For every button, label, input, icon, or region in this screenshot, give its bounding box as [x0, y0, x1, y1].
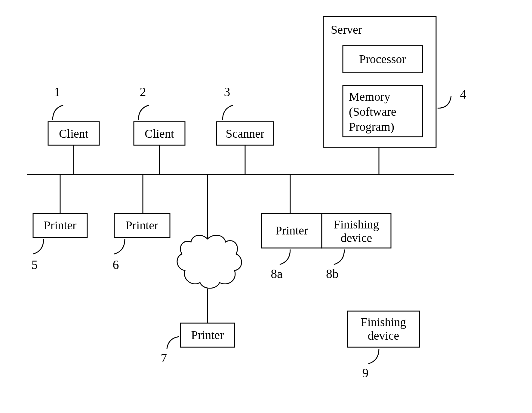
client1-node: Client 1 [48, 85, 99, 145]
ref-3: 3 [224, 85, 230, 99]
client1-label: Client [59, 127, 88, 140]
fin9-line2: device [368, 329, 399, 342]
ref-7: 7 [161, 351, 167, 365]
memory-line2: (Software [349, 105, 396, 118]
printer7-label: Printer [191, 328, 224, 342]
callout-3 [223, 105, 233, 120]
ref-9: 9 [362, 366, 369, 380]
ref-8a: 8a [271, 267, 283, 281]
printer7-node: Printer 7 [161, 323, 235, 365]
callout-2 [138, 105, 149, 120]
printer8-group: Printer Finishing device 8a 8b [262, 213, 391, 281]
fin9-node: Finishing device 9 [347, 311, 420, 380]
callout-5 [33, 239, 44, 254]
printer6-label: Printer [126, 219, 158, 232]
callout-1 [53, 105, 63, 120]
processor-label: Processor [359, 52, 406, 66]
printer5-node: Printer 5 [32, 213, 88, 272]
memory-line1: Memory [349, 90, 390, 103]
ref-5: 5 [32, 258, 38, 272]
printer5-label: Printer [44, 219, 77, 232]
callout-8b [334, 249, 344, 265]
callout-8a [280, 249, 290, 265]
printer8a-label: Printer [275, 224, 308, 237]
server-node: Server Processor Memory (Software Progra… [323, 17, 466, 147]
callout-6 [114, 239, 125, 254]
callout-7 [167, 337, 179, 349]
processor-node: Processor [343, 46, 423, 73]
scanner-label: Scanner [226, 127, 265, 140]
fin8b-line1: Finishing [334, 218, 379, 231]
network-diagram: Client 1 Client 2 Scanner 3 Server Proce… [0, 0, 532, 413]
printer6-node: Printer 6 [113, 213, 170, 272]
ref-4: 4 [460, 87, 466, 101]
cloud-icon [177, 235, 241, 288]
fin9-line1: Finishing [361, 315, 406, 329]
client2-label: Client [145, 127, 174, 140]
ref-6: 6 [113, 258, 119, 272]
scanner-node: Scanner 3 [217, 85, 274, 145]
client2-node: Client 2 [134, 85, 185, 145]
memory-line3: Program) [349, 120, 394, 133]
ref-1: 1 [54, 85, 60, 99]
callout-4 [438, 96, 451, 108]
callout-9 [368, 349, 379, 364]
fin8b-line2: device [341, 231, 372, 245]
ref-2: 2 [140, 85, 146, 99]
ref-8b: 8b [326, 267, 339, 281]
memory-node: Memory (Software Program) [343, 86, 423, 137]
server-label: Server [331, 23, 362, 36]
